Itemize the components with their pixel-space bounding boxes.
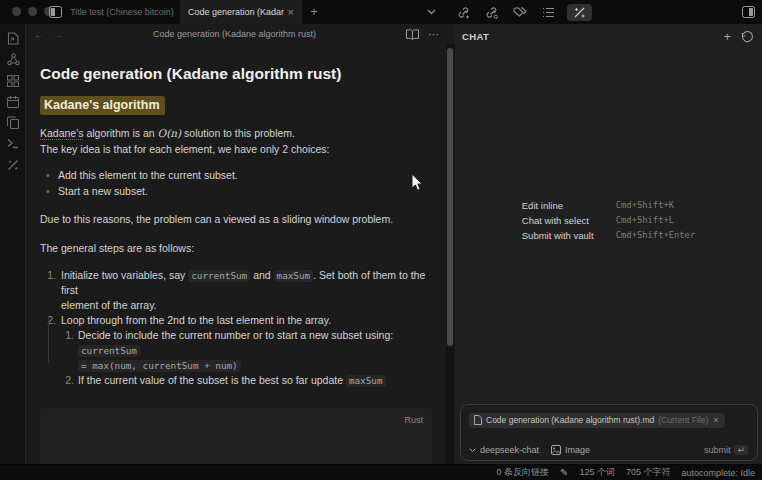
chat-input-box[interactable]: Code generation (Kadane algorithm rust).…	[460, 404, 758, 461]
breadcrumb: Code generation (Kadane algorithm rust)	[63, 29, 406, 39]
more-options-icon[interactable]: ⋯	[428, 28, 439, 41]
intro-paragraph: Kadane's algorithm is an O(n) solution t…	[40, 126, 432, 157]
chat-panel: CHAT + Edit inline Cmd+Shift+K Chat with…	[455, 24, 762, 464]
return-key-icon: ↵	[734, 445, 748, 455]
attach-image-button[interactable]: Image	[551, 445, 590, 455]
list-item: 1. Initialize two variables, say current…	[40, 268, 432, 313]
model-selector[interactable]: deepseek-chat	[469, 445, 539, 455]
terminal-icon[interactable]	[0, 133, 26, 154]
paragraph: The general steps are as follows:	[40, 241, 432, 257]
chat-panel-title: CHAT	[462, 31, 723, 42]
chip-current-file-badge: (Current File)	[658, 415, 708, 425]
chat-history-icon[interactable]	[741, 30, 754, 43]
backlinks-count[interactable]: 0 条反向链接	[496, 466, 549, 479]
note-editor[interactable]: Code generation (Kadane algorithm rust) …	[27, 44, 446, 464]
chat-shortcut-hints: Edit inline Cmd+Shift+K Chat with select…	[522, 200, 695, 245]
reading-view-book-icon[interactable]	[406, 29, 419, 40]
traffic-lights	[12, 7, 53, 16]
editor-scrollbar[interactable]	[446, 44, 455, 464]
templates-copy-icon[interactable]	[0, 112, 26, 133]
sparkle-wand-icon[interactable]	[0, 154, 26, 175]
note-toolbar	[454, 3, 592, 21]
chat-header: CHAT +	[455, 24, 762, 43]
chat-input-toolbar: deepseek-chat Image submit ↵	[469, 445, 748, 455]
add-link-icon[interactable]	[454, 4, 473, 21]
shortcut-row: Edit inline Cmd+Shift+K	[522, 200, 695, 211]
scrollbar-thumb[interactable]	[447, 48, 453, 346]
choices-bullet-list: Add this element to the current subset. …	[40, 167, 432, 199]
tab-title-test[interactable]: Title test (Chinese bitcoin)	[64, 0, 180, 24]
code-language-label: Rust	[404, 413, 423, 429]
word-count: 125 个词	[579, 466, 615, 479]
list-indent-guide	[48, 317, 49, 363]
tab-label: Title test (Chinese bitcoin)	[70, 7, 174, 17]
add-embed-link-icon[interactable]	[482, 4, 501, 21]
new-chat-button[interactable]: +	[723, 31, 731, 43]
remove-context-icon[interactable]: ×	[713, 415, 718, 425]
inline-code: = max(num, currentSum + num)	[78, 360, 241, 372]
code-block: Rust	[40, 408, 432, 464]
autocomplete-status: autocomplete: Idle	[681, 468, 755, 478]
close-tab-icon[interactable]: ×	[288, 6, 294, 18]
shortcut-row: Chat with select Cmd+Shift+L	[522, 215, 695, 226]
forward-button[interactable]: →	[53, 29, 63, 40]
right-sidebar-toggle-icon[interactable]	[742, 6, 755, 18]
file-icon	[474, 415, 482, 425]
image-icon	[551, 445, 561, 455]
shortcut-row: Submit with vault Cmd+Shift+Enter	[522, 230, 695, 241]
tab-code-generation[interactable]: Code generation (Kadan… ×	[180, 0, 302, 24]
edit-mode-pencil-icon[interactable]: ✎	[560, 467, 568, 478]
view-actions: ⋯	[406, 28, 439, 41]
highlighted-heading: Kadane's algorithm	[40, 98, 432, 113]
status-bar: 0 条反向链接 ✎ 125 个词 705 个字符 autocomplete: I…	[0, 464, 762, 480]
steps-ordered-list: 1. Initialize two variables, say current…	[40, 268, 432, 388]
model-name: deepseek-chat	[480, 445, 539, 455]
inline-code: currentSum	[188, 270, 250, 282]
image-label: Image	[565, 445, 590, 455]
tab-list-chevron-icon[interactable]	[427, 9, 436, 15]
daily-note-calendar-icon[interactable]	[0, 91, 26, 112]
graph-view-icon[interactable]	[0, 49, 26, 70]
minimize-window-button[interactable]	[28, 7, 37, 16]
highlight: Kadane's algorithm	[40, 96, 165, 115]
tab-label: Code generation (Kadan…	[188, 7, 284, 17]
new-tab-button[interactable]: +	[306, 4, 322, 20]
inline-code: maxSum	[346, 375, 386, 387]
chevron-down-icon	[469, 448, 476, 453]
outline-list-icon[interactable]	[539, 5, 558, 20]
list-item: 2. If the current value of the subset is…	[61, 373, 432, 388]
nested-ordered-list: 1. Decide to include the current number …	[61, 328, 432, 388]
obsidian-window: Title test (Chinese bitcoin) Code genera…	[0, 0, 762, 480]
tags-icon[interactable]	[510, 4, 530, 20]
quick-switcher-icon[interactable]	[0, 28, 26, 49]
view-header: ← → Code generation (Kadane algorithm ru…	[27, 24, 446, 44]
list-item: 2. Loop through from the 2nd to the last…	[40, 313, 432, 388]
titlebar: Title test (Chinese bitcoin) Code genera…	[0, 0, 762, 24]
close-window-button[interactable]	[12, 7, 21, 16]
char-count: 705 个字符	[626, 466, 671, 479]
nav-arrows: ← →	[34, 29, 63, 40]
submit-button[interactable]: submit ↵	[704, 445, 748, 455]
inline-code: currentSum	[78, 345, 140, 357]
paragraph: Due to this reasons, the problem can a v…	[40, 212, 432, 228]
note-title-heading: Code generation (Kadane algorithm rust)	[40, 64, 432, 83]
magic-wand-icon[interactable]	[567, 4, 592, 21]
back-button[interactable]: ←	[34, 29, 44, 40]
left-sidebar-toggle-icon[interactable]	[49, 6, 62, 18]
canvas-grid-icon[interactable]	[0, 70, 26, 91]
list-item: Start a new subset.	[40, 183, 432, 199]
chip-file-name: Code generation (Kadane algorithm rust).…	[486, 415, 654, 425]
left-ribbon	[0, 24, 26, 464]
context-file-chip[interactable]: Code generation (Kadane algorithm rust).…	[469, 413, 725, 428]
math-inline: O(n)	[158, 127, 182, 139]
list-item: 1. Decide to include the current number …	[61, 328, 432, 373]
list-item: Add this element to the current subset.	[40, 167, 432, 183]
mouse-cursor	[411, 173, 424, 192]
chat-header-actions: +	[723, 30, 754, 43]
inline-code: maxSum	[274, 270, 314, 282]
